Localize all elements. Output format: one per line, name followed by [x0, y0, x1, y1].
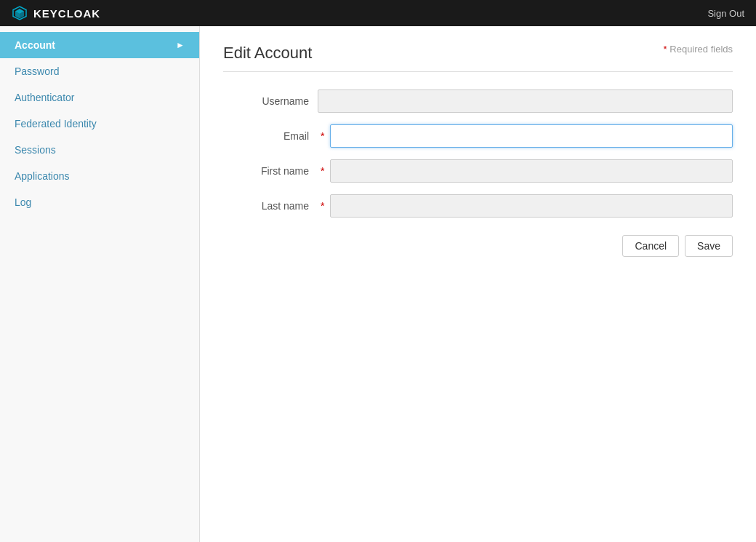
main-content: Edit Account * Required fields Username …	[200, 26, 756, 542]
page-title: Edit Account	[223, 44, 312, 63]
lastname-label: Last name	[223, 200, 318, 212]
navbar-brand: KEYCLOAK	[12, 5, 100, 21]
firstname-required-marker: *	[321, 165, 324, 177]
sidebar-item-federated-label: Federated Identity	[15, 118, 97, 129]
lastname-input[interactable]	[330, 194, 733, 218]
signout-link[interactable]: Sign Out	[707, 8, 744, 19]
navbar: KEYCLOAK Sign Out	[0, 0, 756, 26]
chevron-right-icon: ►	[176, 40, 185, 50]
sidebar-item-authenticator-label: Authenticator	[15, 92, 75, 103]
sidebar-item-applications-label: Applications	[15, 170, 70, 182]
lastname-required-marker: *	[321, 200, 324, 212]
app-layout: Account ► Password Authenticator Federat…	[0, 26, 756, 542]
sidebar: Account ► Password Authenticator Federat…	[0, 26, 200, 542]
firstname-label: First name	[223, 165, 318, 177]
cancel-button[interactable]: Cancel	[622, 235, 679, 257]
firstname-row: First name *	[223, 159, 733, 183]
sidebar-item-log[interactable]: Log	[0, 189, 199, 215]
username-row: Username	[223, 89, 733, 113]
firstname-input-wrapper	[330, 159, 733, 183]
keycloak-logo-icon	[12, 5, 28, 21]
form-actions: Cancel Save	[223, 235, 733, 257]
edit-account-form: Username Email * First name *	[223, 89, 733, 257]
lastname-input-wrapper	[330, 194, 733, 218]
sidebar-item-federated-identity[interactable]: Federated Identity	[0, 111, 199, 137]
section-divider	[223, 71, 733, 72]
sidebar-item-applications[interactable]: Applications	[0, 163, 199, 189]
save-button[interactable]: Save	[685, 235, 733, 257]
sidebar-item-authenticator[interactable]: Authenticator	[0, 84, 199, 111]
page-header: Edit Account * Required fields	[223, 44, 733, 63]
email-required-marker: *	[321, 130, 324, 142]
sidebar-item-sessions-label: Sessions	[15, 144, 56, 156]
sidebar-item-sessions[interactable]: Sessions	[0, 137, 199, 163]
email-input-wrapper	[330, 124, 733, 148]
email-row: Email *	[223, 124, 733, 148]
email-label: Email	[223, 130, 318, 142]
required-fields-note: * Required fields	[664, 44, 733, 55]
navbar-brand-text: KEYCLOAK	[33, 7, 100, 20]
firstname-input[interactable]	[330, 159, 733, 183]
sidebar-item-account-label: Account	[15, 39, 55, 51]
sidebar-item-password[interactable]: Password	[0, 58, 199, 84]
sidebar-item-password-label: Password	[15, 65, 59, 77]
username-label: Username	[223, 95, 318, 107]
username-input[interactable]	[318, 89, 733, 113]
sidebar-item-log-label: Log	[15, 196, 31, 208]
username-input-wrapper	[318, 89, 733, 113]
sidebar-item-account[interactable]: Account ►	[0, 32, 199, 58]
lastname-row: Last name *	[223, 194, 733, 218]
email-input[interactable]	[330, 124, 733, 148]
